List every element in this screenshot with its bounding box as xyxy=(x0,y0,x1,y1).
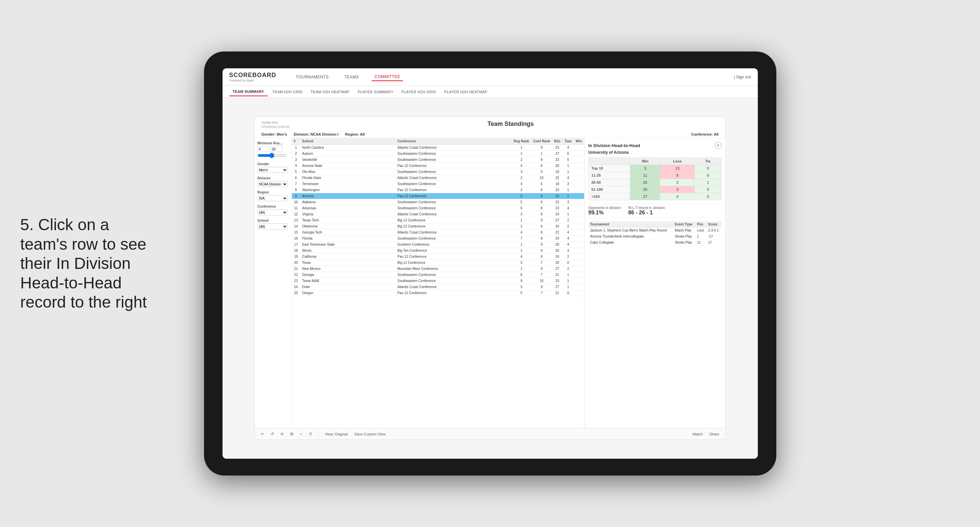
table-row[interactable]: 9 Arizona Pac-12 Conference 5 8 24 1 xyxy=(292,193,584,199)
cell-reg-rank: 4 xyxy=(512,254,531,260)
table-row[interactable]: 8 Washington Pac-12 Conference 2 8 23 1 xyxy=(292,187,584,193)
cell-reg-rank: 1 xyxy=(512,248,531,254)
rounds-slider[interactable] xyxy=(258,153,286,158)
cell-tour: 2 xyxy=(563,224,574,230)
table-row[interactable]: 4 Arizona State Pac-12 Conference 4 6 26… xyxy=(292,163,584,169)
cell-conference: Southeastern Conference xyxy=(396,199,512,205)
cell-reg-rank: 8 xyxy=(512,272,531,278)
save-custom-view-button[interactable]: Save Custom View xyxy=(353,432,388,437)
logo-title: SCOREBOARD xyxy=(229,72,277,79)
table-row[interactable]: 20 Texas Big 12 Conference 3 7 20 0 xyxy=(292,260,584,266)
table-row[interactable]: 5 Ole Miss Southeastern Conference 3 6 1… xyxy=(292,169,584,175)
sign-out-button[interactable]: | Sign out xyxy=(734,75,751,79)
col-score: Score xyxy=(706,221,721,227)
timer-button[interactable]: ⏱ xyxy=(307,432,315,437)
tab-player-h2h-heatmap[interactable]: PLAYER H2H HEATMAP xyxy=(441,88,490,96)
cell-conference: Atlantic Coast Conference xyxy=(396,230,512,236)
cell-rds: 24 xyxy=(552,211,563,217)
table-row[interactable]: 6 Florida State Atlantic Coast Conferenc… xyxy=(292,175,584,181)
table-row[interactable]: 23 Texas A&M Southeastern Conference 9 1… xyxy=(292,278,584,284)
table-row[interactable]: 17 East Tennessee State Southern Confere… xyxy=(292,241,584,248)
table-row[interactable]: 11 Arkansas Southeastern Conference 6 8 … xyxy=(292,205,584,211)
redo-button[interactable]: ↺ xyxy=(269,431,276,437)
h2h-row-label: >100 xyxy=(589,193,630,200)
cell-school: Tennessee xyxy=(300,181,396,187)
school-select[interactable]: (All) xyxy=(258,224,288,230)
table-row[interactable]: 22 Georgia Southeastern Conference 8 7 2… xyxy=(292,272,584,278)
cell-conf-rank: 9 xyxy=(531,236,552,241)
table-row[interactable]: 13 Texas Tech Big 12 Conference 1 9 27 2 xyxy=(292,217,584,224)
table-row[interactable]: 16 Florida Southeastern Conference 7 9 2… xyxy=(292,236,584,241)
col-tournament: Tournament xyxy=(589,221,673,227)
refresh-button[interactable]: ⊘ xyxy=(278,431,285,437)
table-row[interactable]: 25 Oregon Pac-12 Conference 5 7 21 0 xyxy=(292,290,584,296)
cell-tour: 4 xyxy=(563,241,574,248)
table-header-row: # School Conference Reg Rank Conf Rank R… xyxy=(292,138,584,145)
tab-team-h2h-heatmap[interactable]: TEAM H2H HEATMAP xyxy=(307,88,353,96)
cell-school: Florida xyxy=(300,236,396,241)
table-row[interactable]: 7 Tennessee Southeastern Conference 4 6 … xyxy=(292,181,584,187)
table-row[interactable]: 2 Auburn Southeastern Conference 1 1 27 … xyxy=(292,151,584,157)
col-tour: Tour xyxy=(563,138,574,145)
cell-rank: 24 xyxy=(292,284,300,290)
tab-team-summary[interactable]: TEAM SUMMARY xyxy=(229,87,268,96)
cell-rank: 9 xyxy=(292,193,300,199)
cell-tour: 4 xyxy=(563,236,574,241)
nav-teams[interactable]: TEAMS xyxy=(341,73,361,81)
cell-school: East Tennessee State xyxy=(300,241,396,248)
share-button[interactable]: Share xyxy=(707,432,721,437)
cell-reg-rank: 1 xyxy=(512,217,531,224)
h2h-grid-body: Top 10 3 13 0 11-25 11 8 0 26-50 25 2 1 … xyxy=(589,165,721,200)
cell-rank: 22 xyxy=(292,272,300,278)
table-row[interactable]: 10 Alabama Southeastern Conference 5 8 2… xyxy=(292,199,584,205)
table-row[interactable]: 14 Oklahoma Big 12 Conference 2 9 24 2 xyxy=(292,224,584,230)
table-row[interactable]: 3 Vanderbilt Southeastern Conference 2 8… xyxy=(292,157,584,163)
table-row[interactable]: 1 North Carolina Atlantic Coast Conferen… xyxy=(292,145,584,151)
cell-rds: 22 xyxy=(552,230,563,236)
tab-player-summary[interactable]: PLAYER SUMMARY xyxy=(355,88,397,96)
cell-conf-rank: 8 xyxy=(531,187,552,193)
h2h-loss-cell: 3 xyxy=(660,186,695,193)
watch-button[interactable]: Watch xyxy=(690,432,705,437)
division-select[interactable]: NCAA Division I xyxy=(258,181,288,187)
undo-button[interactable]: ↩ xyxy=(259,431,266,437)
table-row[interactable]: 12 Virginia Atlantic Coast Conference 3 … xyxy=(292,211,584,217)
h2h-close-button[interactable]: × xyxy=(715,142,721,149)
gender-select[interactable]: Men's xyxy=(258,167,288,173)
cell-reg-rank: 5 xyxy=(512,284,531,290)
conference-select[interactable]: (All) xyxy=(258,210,288,215)
table-row[interactable]: 24 Duke Atlantic Coast Conference 5 9 27… xyxy=(292,284,584,290)
cell-reg-rank: 5 xyxy=(512,290,531,296)
min-rounds-input[interactable] xyxy=(258,146,269,152)
cell-tour: 3 xyxy=(563,248,574,254)
cell-conference: Atlantic Coast Conference xyxy=(396,211,512,217)
cell-rds: 24 xyxy=(552,224,563,230)
cell-reg-rank: 1 xyxy=(512,266,531,272)
cell-rds: 26 xyxy=(552,163,563,169)
table-row[interactable]: 19 California Pac-12 Conference 4 8 24 2 xyxy=(292,254,584,260)
tab-player-h2h-grid[interactable]: PLAYER H2H GRID xyxy=(398,88,440,96)
h2h-win-cell: 27 xyxy=(630,193,660,200)
cell-conference: Pac-12 Conference xyxy=(396,163,512,169)
cell-win xyxy=(574,284,584,290)
max-rounds-input[interactable] xyxy=(270,146,282,152)
nav-tournaments[interactable]: TOURNAMENTS xyxy=(293,73,332,81)
region-select[interactable]: N/A xyxy=(258,195,288,201)
add-button[interactable]: + xyxy=(298,432,304,437)
cell-tour: 4 xyxy=(563,175,574,181)
table-row[interactable]: 21 New Mexico Mountain West Conference 1… xyxy=(292,266,584,272)
cell-school: Oklahoma xyxy=(300,224,396,230)
cell-win xyxy=(574,163,584,169)
cell-rank: 12 xyxy=(292,211,300,217)
table-row[interactable]: 15 Georgia Tech Atlantic Coast Conferenc… xyxy=(292,230,584,236)
cell-rank: 17 xyxy=(292,241,300,248)
tab-team-h2h-grid[interactable]: TEAM H2H GRID xyxy=(269,88,306,96)
cell-win xyxy=(574,278,584,284)
nav-committee[interactable]: COMMITTEE xyxy=(372,73,403,81)
table-row[interactable]: 18 Illinois Big Ten Conference 1 9 26 3 xyxy=(292,248,584,254)
view-original-button[interactable]: View: Original xyxy=(323,432,350,437)
cell-conf-rank: 9 xyxy=(531,241,552,248)
cell-win xyxy=(574,169,584,175)
grid-button[interactable]: ⊞ xyxy=(288,431,295,437)
cell-rank: 10 xyxy=(292,199,300,205)
